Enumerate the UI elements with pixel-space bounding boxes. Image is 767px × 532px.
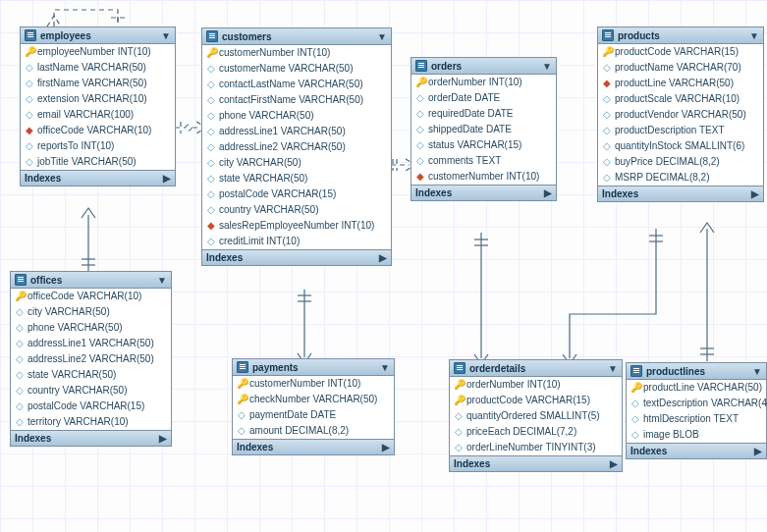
column-row[interactable]: 🔑productCode VARCHAR(15)	[598, 44, 763, 60]
collapse-icon[interactable]: ▼	[380, 362, 390, 373]
column-row[interactable]: ◇country VARCHAR(50)	[202, 202, 391, 218]
column-row[interactable]: 🔑customerNumber INT(10)	[202, 45, 391, 61]
entity-productlines[interactable]: productlines ▼ 🔑productLine VARCHAR(50) …	[626, 362, 767, 459]
column-row[interactable]: ◇MSRP DECIMAL(8,2)	[598, 170, 763, 186]
collapse-icon[interactable]: ▼	[161, 30, 171, 41]
column-row[interactable]: ◇productDescription TEXT	[598, 123, 763, 138]
column-row[interactable]: 🔑employeeNumber INT(10)	[21, 44, 175, 60]
expand-icon[interactable]: ▶	[610, 458, 618, 469]
column-row[interactable]: ◇territory VARCHAR(10)	[11, 414, 171, 430]
indexes-section[interactable]: Indexes ▶	[21, 170, 175, 186]
entity-header[interactable]: orderdetails ▼	[450, 360, 622, 377]
column-row[interactable]: ◇requiredDate DATE	[411, 106, 556, 122]
column-row[interactable]: 🔑productLine VARCHAR(50)	[627, 380, 766, 396]
column-row[interactable]: ◇state VARCHAR(50)	[202, 171, 391, 186]
column-row[interactable]: ◇email VARCHAR(100)	[21, 107, 175, 123]
column-row[interactable]: ◇city VARCHAR(50)	[202, 155, 391, 171]
column-row[interactable]: ◇postalCode VARCHAR(15)	[11, 399, 171, 414]
column-row[interactable]: ◇comments TEXT	[411, 153, 556, 169]
column-row[interactable]: ◇addressLine1 VARCHAR(50)	[11, 336, 171, 351]
column-row[interactable]: ◇shippedDate DATE	[411, 122, 556, 137]
entity-header[interactable]: employees ▼	[21, 27, 175, 44]
column-row[interactable]: ◇productVendor VARCHAR(50)	[598, 107, 763, 123]
column-row[interactable]: ◇paymentDate DATE	[233, 407, 394, 423]
collapse-icon[interactable]: ▼	[752, 366, 762, 377]
column-row[interactable]: ◇addressLine1 VARCHAR(50)	[202, 124, 391, 139]
column-row[interactable]: ◇status VARCHAR(15)	[411, 137, 556, 153]
column-label: orderLineNumber TINYINT(3)	[466, 441, 596, 454]
column-row[interactable]: ◇reportsTo INT(10)	[21, 138, 175, 154]
column-row[interactable]: ◆salesRepEmployeeNumber INT(10)	[202, 218, 391, 234]
column-row[interactable]: ◇postalCode VARCHAR(15)	[202, 186, 391, 202]
entity-orders[interactable]: orders ▼ 🔑orderNumber INT(10) ◇orderDate…	[411, 57, 557, 201]
column-row[interactable]: ◆officeCode VARCHAR(10)	[21, 123, 175, 138]
indexes-section[interactable]: Indexes ▶	[233, 439, 394, 454]
column-row[interactable]: 🔑customerNumber INT(10)	[233, 376, 394, 392]
entity-header[interactable]: orders ▼	[411, 58, 556, 75]
collapse-icon[interactable]: ▼	[157, 275, 167, 286]
entity-header[interactable]: offices ▼	[11, 272, 171, 289]
column-row[interactable]: 🔑checkNumber VARCHAR(50)	[233, 392, 394, 407]
column-row[interactable]: ◇extension VARCHAR(10)	[21, 91, 175, 107]
column-row[interactable]: ◆productLine VARCHAR(50)	[598, 76, 763, 91]
entity-header[interactable]: productlines ▼	[627, 363, 766, 380]
column-row[interactable]: ◇city VARCHAR(50)	[11, 304, 171, 320]
entity-header[interactable]: payments ▼	[233, 359, 394, 376]
column-row[interactable]: ◇priceEach DECIMAL(7,2)	[450, 424, 622, 440]
expand-icon[interactable]: ▶	[379, 252, 387, 263]
column-row[interactable]: ◇customerName VARCHAR(50)	[202, 61, 391, 77]
expand-icon[interactable]: ▶	[163, 173, 171, 184]
entity-header[interactable]: products ▼	[598, 27, 763, 44]
entity-header[interactable]: customers ▼	[202, 28, 391, 45]
column-row[interactable]: ◇addressLine2 VARCHAR(50)	[202, 139, 391, 155]
expand-icon[interactable]: ▶	[382, 442, 390, 452]
column-row[interactable]: ◇country VARCHAR(50)	[11, 383, 171, 399]
expand-icon[interactable]: ▶	[544, 187, 552, 198]
entity-customers[interactable]: customers ▼ 🔑customerNumber INT(10) ◇cus…	[201, 27, 392, 266]
column-row[interactable]: ◇lastName VARCHAR(50)	[21, 60, 175, 76]
column-row[interactable]: ◇productScale VARCHAR(10)	[598, 91, 763, 107]
collapse-icon[interactable]: ▼	[542, 61, 552, 72]
column-row[interactable]: ◇firstName VARCHAR(50)	[21, 76, 175, 91]
column-row[interactable]: 🔑officeCode VARCHAR(10)	[11, 289, 171, 304]
collapse-icon[interactable]: ▼	[377, 31, 387, 42]
column-row[interactable]: ◇buyPrice DECIMAL(8,2)	[598, 154, 763, 170]
column-row[interactable]: ◇contactLastName VARCHAR(50)	[202, 77, 391, 92]
column-row[interactable]: 🔑orderNumber INT(10)	[450, 377, 622, 393]
expand-icon[interactable]: ▶	[754, 446, 762, 456]
column-row[interactable]: 🔑productCode VARCHAR(15)	[450, 393, 622, 408]
entity-offices[interactable]: offices ▼ 🔑officeCode VARCHAR(10) ◇city …	[10, 271, 172, 447]
entity-employees[interactable]: employees ▼ 🔑employeeNumber INT(10) ◇las…	[20, 27, 176, 186]
column-row[interactable]: ◇orderLineNumber TINYINT(3)	[450, 440, 622, 455]
entity-payments[interactable]: payments ▼ 🔑customerNumber INT(10) 🔑chec…	[232, 358, 395, 455]
column-row[interactable]: ◇creditLimit INT(10)	[202, 234, 391, 249]
column-row[interactable]: ◇productName VARCHAR(70)	[598, 60, 763, 76]
column-row[interactable]: ◇quantityInStock SMALLINT(6)	[598, 138, 763, 154]
indexes-section[interactable]: Indexes ▶	[202, 249, 391, 265]
collapse-icon[interactable]: ▼	[749, 30, 759, 41]
indexes-section[interactable]: Indexes ▶	[450, 455, 622, 471]
entity-products[interactable]: products ▼ 🔑productCode VARCHAR(15) ◇pro…	[597, 27, 764, 202]
column-row[interactable]: 🔑orderNumber INT(10)	[411, 75, 556, 90]
column-row[interactable]: ◇addressLine2 VARCHAR(50)	[11, 351, 171, 367]
expand-icon[interactable]: ▶	[159, 433, 167, 444]
expand-icon[interactable]: ▶	[751, 188, 759, 199]
column-row[interactable]: ◇htmlDescription TEXT	[627, 411, 766, 427]
column-row[interactable]: ◇phone VARCHAR(50)	[202, 108, 391, 124]
column-row[interactable]: ◆customerNumber INT(10)	[411, 169, 556, 185]
column-row[interactable]: ◇orderDate DATE	[411, 90, 556, 106]
collapse-icon[interactable]: ▼	[608, 363, 618, 374]
indexes-section[interactable]: Indexes ▶	[411, 185, 556, 200]
entity-orderdetails[interactable]: orderdetails ▼ 🔑orderNumber INT(10) 🔑pro…	[449, 359, 623, 472]
indexes-section[interactable]: Indexes ▶	[598, 186, 763, 201]
indexes-section[interactable]: Indexes ▶	[11, 430, 171, 446]
column-row[interactable]: ◇amount DECIMAL(8,2)	[233, 423, 394, 439]
indexes-section[interactable]: Indexes ▶	[627, 443, 766, 458]
column-row[interactable]: ◇phone VARCHAR(50)	[11, 320, 171, 336]
column-row[interactable]: ◇contactFirstName VARCHAR(50)	[202, 92, 391, 108]
column-row[interactable]: ◇image BLOB	[627, 427, 766, 443]
column-row[interactable]: ◇textDescription VARCHAR(4000)	[627, 396, 766, 411]
column-row[interactable]: ◇quantityOrdered SMALLINT(5)	[450, 408, 622, 424]
column-row[interactable]: ◇state VARCHAR(50)	[11, 367, 171, 383]
column-row[interactable]: ◇jobTitle VARCHAR(50)	[21, 154, 175, 170]
